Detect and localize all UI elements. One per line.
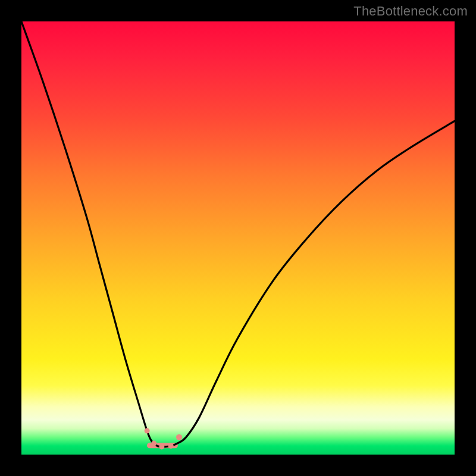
bottleneck-curve <box>21 21 455 447</box>
plot-area <box>21 21 455 455</box>
chart-frame: TheBottleneck.com <box>0 0 476 476</box>
valley-right-top <box>176 434 182 440</box>
valley-center <box>159 444 164 449</box>
valley-left-mid <box>151 441 156 446</box>
valley-left-top <box>145 428 150 433</box>
valley-right-mid <box>168 443 174 449</box>
curve-layer <box>21 21 455 455</box>
attribution-label: TheBottleneck.com <box>353 4 468 19</box>
